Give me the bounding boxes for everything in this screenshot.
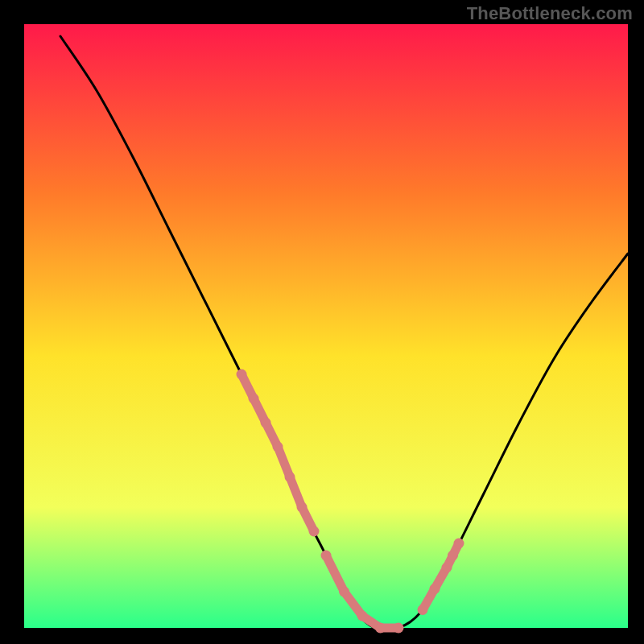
marker-dot [394, 623, 404, 634]
plot-background [24, 24, 628, 628]
bottleneck-chart [0, 0, 644, 644]
watermark-text: TheBottleneck.com [467, 3, 633, 24]
marker-dot [454, 539, 464, 549]
marker-dot [309, 526, 320, 537]
chart-frame: { "watermark": "TheBottleneck.com", "cha… [0, 0, 644, 644]
